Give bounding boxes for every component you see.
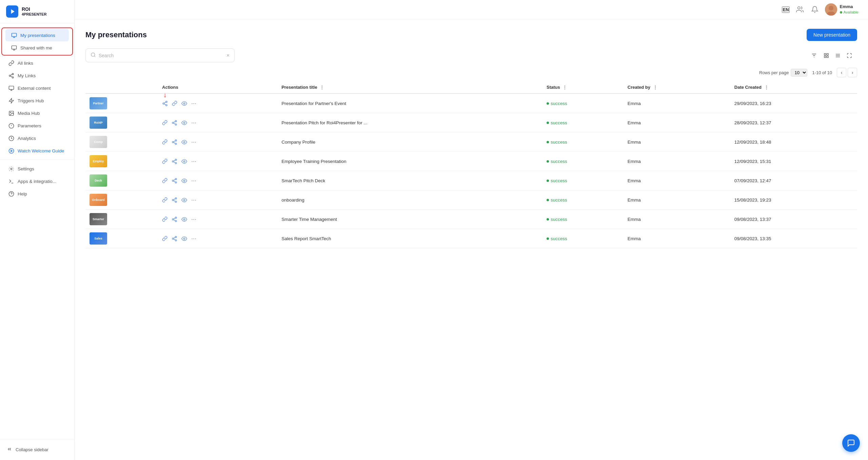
preview-icon[interactable]: [181, 120, 187, 126]
status-badge: success: [547, 120, 619, 125]
sidebar-item-my-presentations-label: My presentations: [20, 33, 55, 38]
more-options-icon[interactable]: ···: [191, 235, 196, 242]
status-dot: [547, 141, 549, 143]
share-icon[interactable]: [172, 197, 177, 203]
sidebar-item-all-links-label: All links: [18, 61, 33, 66]
sidebar-item-triggers-hub[interactable]: Triggers Hub: [3, 95, 72, 107]
share-icon-highlighted[interactable]: [162, 101, 168, 106]
notifications-icon[interactable]: [810, 5, 820, 14]
share-icon[interactable]: [172, 236, 177, 242]
link-icon[interactable]: [172, 101, 177, 106]
status-badge: success: [547, 159, 619, 164]
created-by: Emma: [624, 229, 730, 248]
search-clear-button[interactable]: ×: [226, 53, 230, 59]
more-options-icon[interactable]: ···: [191, 158, 196, 165]
sidebar-item-parameters[interactable]: Parameters: [3, 120, 72, 132]
svg-point-68: [175, 178, 177, 180]
next-page-button[interactable]: ›: [848, 68, 857, 77]
title-col-menu-icon[interactable]: ⋮: [320, 85, 324, 90]
preview-icon[interactable]: [181, 159, 187, 164]
main-area: EN Emma Available My presentations New p…: [75, 0, 868, 460]
sidebar-item-media-hub[interactable]: Media Hub: [3, 107, 72, 119]
status-col-menu-icon[interactable]: ⋮: [563, 85, 567, 90]
filter-button[interactable]: [809, 50, 819, 61]
preview-icon[interactable]: [181, 101, 187, 106]
language-button[interactable]: EN: [782, 6, 789, 13]
preview-icon[interactable]: [181, 236, 187, 242]
svg-point-49: [183, 103, 185, 104]
preview-icon[interactable]: [181, 216, 187, 222]
user-avatar-area[interactable]: Emma Available: [825, 3, 859, 16]
sidebar-item-analytics[interactable]: Analytics: [3, 132, 72, 144]
svg-line-90: [174, 237, 175, 238]
svg-rect-40: [827, 56, 828, 58]
rows-per-page-select[interactable]: 10 20 50: [791, 69, 807, 77]
search-input[interactable]: [99, 53, 224, 58]
more-options-icon[interactable]: ···: [191, 139, 196, 146]
more-options-icon[interactable]: ···: [191, 177, 196, 184]
share-icon[interactable]: [172, 216, 177, 222]
share-icon[interactable]: [172, 159, 177, 164]
link-icon[interactable]: [162, 120, 167, 125]
users-icon[interactable]: [795, 5, 805, 14]
svg-point-63: [172, 161, 174, 162]
sidebar-item-help[interactable]: Help: [3, 188, 72, 200]
svg-point-67: [183, 161, 185, 162]
status-dot: [547, 237, 549, 240]
more-options-icon[interactable]: ···: [191, 119, 196, 126]
sidebar-item-settings[interactable]: Settings: [3, 163, 72, 175]
sidebar: ROI 4PRESENTER My presentations Shared w…: [0, 0, 75, 460]
svg-point-55: [183, 122, 185, 123]
date-col-menu-icon[interactable]: ⋮: [764, 85, 769, 90]
list-view-button[interactable]: [833, 50, 843, 61]
svg-point-81: [172, 218, 174, 220]
link-icon[interactable]: [162, 236, 167, 241]
link-icon[interactable]: [162, 139, 167, 145]
share-icon[interactable]: [172, 178, 177, 184]
search-icon: [91, 52, 96, 59]
more-options-icon[interactable]: ···: [191, 216, 196, 223]
share-icon[interactable]: [172, 139, 177, 145]
col-title: Presentation title ⋮: [277, 81, 542, 93]
expand-view-button[interactable]: [844, 50, 854, 61]
link-icon[interactable]: [162, 197, 167, 203]
link-icon[interactable]: [162, 216, 167, 222]
link-icon[interactable]: [162, 178, 167, 183]
preview-icon[interactable]: [181, 197, 187, 203]
new-presentation-button[interactable]: New presentation: [807, 29, 857, 41]
sidebar-item-parameters-label: Parameters: [18, 123, 41, 128]
col-date-created: Date Created ⋮: [730, 81, 857, 93]
sidebar-item-analytics-label: Analytics: [18, 136, 36, 141]
sidebar-item-apps-integrations[interactable]: Apps & integratio...: [3, 175, 72, 187]
prev-page-button[interactable]: ‹: [837, 68, 846, 77]
share-icon[interactable]: [172, 120, 177, 126]
presentation-title: SmarTech Pitch Deck: [277, 171, 542, 190]
sidebar-item-my-links[interactable]: My Links: [3, 69, 72, 82]
more-options-icon[interactable]: ···: [191, 196, 196, 204]
svg-point-7: [12, 73, 13, 75]
created-by-col-menu-icon[interactable]: ⋮: [653, 85, 657, 90]
link-icon[interactable]: [162, 159, 167, 164]
svg-point-91: [183, 238, 185, 239]
watch-icon: [8, 148, 14, 154]
sidebar-item-all-links[interactable]: All links: [3, 57, 72, 69]
grid-view-button[interactable]: [821, 50, 831, 61]
presentation-title: Sales Report SmartTech: [277, 229, 542, 248]
sidebar-item-my-presentations[interactable]: My presentations: [5, 29, 69, 41]
collapse-sidebar-button[interactable]: Collapse sidebar: [3, 443, 72, 456]
date-created: 07/09/2023, 12:47: [730, 171, 857, 190]
presentation-thumbnail: Onboard: [90, 194, 107, 206]
preview-icon[interactable]: [181, 139, 187, 145]
created-by: Emma: [624, 171, 730, 190]
table-controls: Rows per page 10 20 50 1-10 of 10 ‹ ›: [85, 68, 857, 77]
sidebar-item-external-content[interactable]: External content: [3, 82, 72, 94]
action-icons: ···: [162, 177, 273, 184]
sidebar-item-my-links-label: My Links: [18, 73, 36, 78]
more-options-icon[interactable]: ···: [191, 100, 196, 107]
preview-icon[interactable]: [181, 178, 187, 184]
sidebar-item-shared-with-me[interactable]: Shared with me: [5, 42, 69, 54]
sidebar-item-watch-welcome-guide[interactable]: Watch Welcome Guide: [3, 145, 72, 157]
status-badge: success: [547, 178, 619, 183]
chat-bubble-button[interactable]: [842, 434, 860, 452]
svg-point-74: [175, 197, 177, 199]
